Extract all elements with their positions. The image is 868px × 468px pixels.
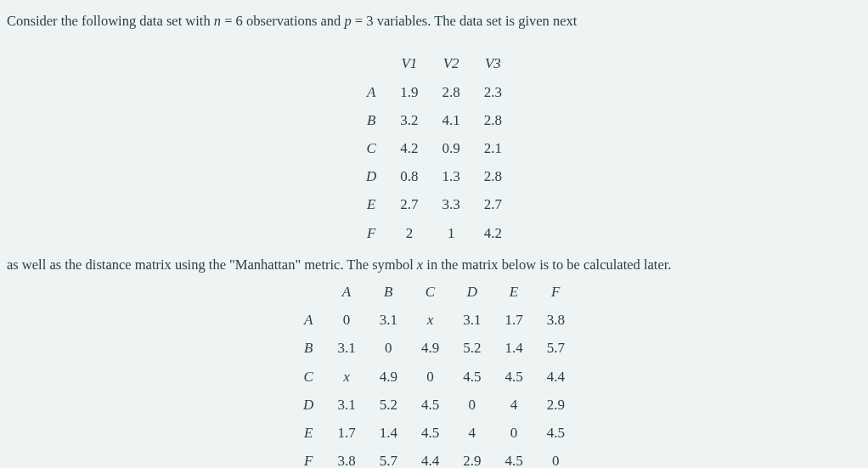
data-cell: 4.1: [431, 106, 472, 134]
col-header-v3: V3: [472, 49, 514, 77]
dist-row-label: F: [291, 447, 325, 468]
dist-row-label: A: [291, 306, 325, 334]
data-row: A 1.9 2.8 2.3: [354, 78, 514, 106]
data-row: E 2.7 3.3 2.7: [354, 190, 514, 218]
distance-row: B 3.1 0 4.9 5.2 1.4 5.7: [291, 334, 577, 362]
row-label: C: [354, 134, 388, 162]
dist-cell: 2.9: [535, 391, 577, 419]
data-cell: 2: [388, 219, 430, 247]
dist-cell: 4.5: [493, 363, 534, 391]
dist-cell-x: x: [325, 363, 367, 391]
dist-row-label: D: [291, 391, 325, 419]
data-cell: 4.2: [388, 134, 430, 162]
dist-cell-x: x: [409, 306, 451, 334]
n-value: 6: [236, 13, 243, 29]
eq-sign-1: =: [221, 13, 236, 29]
eq-sign-2: =: [352, 13, 367, 29]
dist-cell: 4.5: [535, 419, 577, 447]
dist-cell: 5.7: [535, 334, 577, 362]
data-cell: 0.9: [431, 134, 472, 162]
data-cell: 2.8: [431, 78, 472, 106]
dist-cell: 4.5: [451, 363, 493, 391]
dist-col-header: A: [325, 278, 367, 306]
dist-cell: 0: [368, 334, 409, 362]
dist-cell: 0: [325, 306, 367, 334]
distance-matrix-table: A B C D E F A 0 3.1 x 3.1 1.7 3.8 B 3.1 …: [291, 278, 577, 468]
data-table-header-row: V1 V2 V3: [354, 49, 514, 77]
col-header-v2: V2: [431, 49, 472, 77]
intro-paragraph: Consider the following data set with n =…: [7, 10, 861, 32]
dist-cell: 3.8: [325, 447, 367, 468]
p-value: 3: [366, 13, 373, 29]
data-cell: 2.7: [472, 190, 514, 218]
dist-cell: 4.9: [409, 334, 451, 362]
dist-cell: 4.9: [368, 363, 409, 391]
dist-cell: 4.5: [409, 419, 451, 447]
data-row: D 0.8 1.3 2.8: [354, 162, 514, 190]
data-cell: 3.3: [431, 190, 472, 218]
p-variable: p: [344, 13, 351, 29]
dist-cell: 5.2: [368, 391, 409, 419]
dist-row-label: C: [291, 363, 325, 391]
distance-row: F 3.8 5.7 4.4 2.9 4.5 0: [291, 447, 577, 468]
dist-row-label: E: [291, 419, 325, 447]
data-row: F 2 1 4.2: [354, 219, 514, 247]
row-label: F: [354, 219, 388, 247]
data-cell: 2.7: [388, 190, 430, 218]
dist-cell: 2.9: [451, 447, 493, 468]
dist-col-header: F: [535, 278, 577, 306]
dist-cell: 3.1: [451, 306, 493, 334]
dist-cell: 0: [409, 363, 451, 391]
data-cell: 0.8: [388, 162, 430, 190]
data-row: C 4.2 0.9 2.1: [354, 134, 514, 162]
obs-text: observations and: [243, 13, 345, 29]
dist-cell: 4.4: [409, 447, 451, 468]
col-header-v1: V1: [388, 49, 430, 77]
distance-row: E 1.7 1.4 4.5 4 0 4.5: [291, 419, 577, 447]
dist-cell: 1.7: [325, 419, 367, 447]
dist-cell: 4.4: [535, 363, 577, 391]
distance-row: A 0 3.1 x 3.1 1.7 3.8: [291, 306, 577, 334]
dist-cell: 3.1: [325, 334, 367, 362]
distance-row: D 3.1 5.2 4.5 0 4 2.9: [291, 391, 577, 419]
data-table: V1 V2 V3 A 1.9 2.8 2.3 B 3.2 4.1 2.8 C 4…: [354, 49, 514, 246]
data-cell: 3.2: [388, 106, 430, 134]
dist-col-header: C: [409, 278, 451, 306]
middle-paragraph: as well as the distance matrix using the…: [7, 254, 861, 276]
dist-row-label: B: [291, 334, 325, 362]
middle-prefix: as well as the distance matrix using the…: [7, 257, 417, 273]
data-cell: 4.2: [472, 219, 514, 247]
dist-cell: 4.5: [409, 391, 451, 419]
intro-suffix: variables. The data set is given next: [374, 13, 578, 29]
dist-cell: 1.4: [493, 334, 534, 362]
intro-prefix: Consider the following data set with: [7, 13, 214, 29]
data-cell: 2.8: [472, 162, 514, 190]
dist-cell: 5.2: [451, 334, 493, 362]
dist-col-header: B: [368, 278, 409, 306]
dist-cell: 4: [451, 419, 493, 447]
row-label: A: [354, 78, 388, 106]
middle-suffix: in the matrix below is to be calculated …: [423, 257, 671, 273]
row-label: D: [354, 162, 388, 190]
dist-cell: 5.7: [368, 447, 409, 468]
row-label: E: [354, 190, 388, 218]
data-cell: 2.1: [472, 134, 514, 162]
dist-cell: 0: [493, 419, 534, 447]
dist-cell: 1.4: [368, 419, 409, 447]
dist-cell: 1.7: [493, 306, 534, 334]
dist-col-header: E: [493, 278, 534, 306]
dist-cell: 4: [493, 391, 534, 419]
dist-cell: 0: [535, 447, 577, 468]
data-cell: 2.3: [472, 78, 514, 106]
distance-header-row: A B C D E F: [291, 278, 577, 306]
data-cell: 1: [431, 219, 472, 247]
dist-cell: 3.8: [535, 306, 577, 334]
data-row: B 3.2 4.1 2.8: [354, 106, 514, 134]
data-cell: 2.8: [472, 106, 514, 134]
n-variable: n: [214, 13, 221, 29]
dist-col-header: D: [451, 278, 493, 306]
row-label: B: [354, 106, 388, 134]
data-cell: 1.9: [388, 78, 430, 106]
data-cell: 1.3: [431, 162, 472, 190]
dist-cell: 3.1: [368, 306, 409, 334]
